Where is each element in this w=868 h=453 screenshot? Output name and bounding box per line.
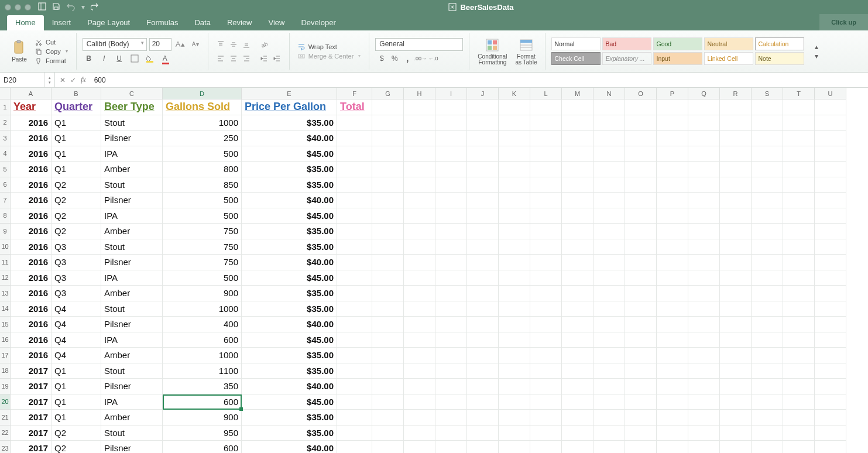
cell-I8[interactable] (435, 208, 467, 224)
cell-O18[interactable] (625, 363, 657, 379)
cell-H23[interactable] (404, 441, 435, 453)
cell-J14[interactable] (467, 301, 499, 317)
cell-J17[interactable] (467, 348, 499, 363)
cell-P4[interactable] (657, 146, 688, 162)
cell-N15[interactable] (593, 317, 625, 332)
cell-A4[interactable]: 2016 (11, 146, 52, 162)
formula-bar[interactable]: 600 (91, 73, 868, 87)
cell-H5[interactable] (404, 162, 435, 177)
cell-A23[interactable]: 2017 (11, 441, 52, 453)
cell-H20[interactable] (404, 394, 435, 410)
cell-U21[interactable] (815, 410, 846, 425)
style-neutral[interactable]: Neutral (704, 37, 753, 50)
cell-P11[interactable] (657, 255, 688, 270)
cell-H17[interactable] (404, 348, 435, 363)
column-header-Q[interactable]: Q (688, 88, 720, 99)
cell-J2[interactable] (467, 115, 499, 131)
cell-E8[interactable]: $45.00 (242, 208, 337, 224)
styles-scroll-up-icon[interactable]: ▴ (810, 42, 823, 51)
cell-B10[interactable]: Q3 (52, 239, 101, 255)
cell-H21[interactable] (404, 410, 435, 425)
tab-view[interactable]: View (260, 15, 293, 30)
cell-N10[interactable] (593, 239, 625, 255)
currency-icon[interactable]: $ (375, 52, 388, 65)
cell-O11[interactable] (625, 255, 657, 270)
cell-E1[interactable]: Price Per Gallon (242, 99, 337, 115)
cell-K21[interactable] (499, 410, 530, 425)
cell-C2[interactable]: Stout (101, 115, 163, 131)
cell-D1[interactable]: Gallons Sold (163, 99, 242, 115)
cell-P15[interactable] (657, 317, 688, 332)
cell-F2[interactable] (337, 115, 372, 131)
cell-C18[interactable]: Stout (101, 363, 163, 379)
cell-G11[interactable] (372, 255, 404, 270)
style-check-cell[interactable]: Check Cell (551, 52, 601, 65)
cell-N3[interactable] (593, 131, 625, 146)
cell-N16[interactable] (593, 332, 625, 348)
cell-L11[interactable] (530, 255, 562, 270)
cell-I12[interactable] (435, 270, 467, 286)
cell-E23[interactable]: $40.00 (242, 441, 337, 453)
cell-I15[interactable] (435, 317, 467, 332)
cell-H18[interactable] (404, 363, 435, 379)
cell-U2[interactable] (815, 115, 846, 131)
cell-Q19[interactable] (688, 379, 720, 394)
cell-O22[interactable] (625, 425, 657, 441)
cell-K10[interactable] (499, 239, 530, 255)
cell-I13[interactable] (435, 286, 467, 301)
cell-H11[interactable] (404, 255, 435, 270)
row-header-17[interactable]: 17 (0, 348, 11, 363)
cell-A15[interactable]: 2016 (11, 317, 52, 332)
cell-E12[interactable]: $45.00 (242, 270, 337, 286)
cell-R3[interactable] (720, 131, 752, 146)
cell-G2[interactable] (372, 115, 404, 131)
styles-scroll-down-icon[interactable]: ▾ (810, 52, 823, 60)
cell-J23[interactable] (467, 441, 499, 453)
cell-T10[interactable] (783, 239, 815, 255)
cell-D22[interactable]: 950 (163, 425, 242, 441)
cell-O7[interactable] (625, 193, 657, 208)
cell-P19[interactable] (657, 379, 688, 394)
cell-Q18[interactable] (688, 363, 720, 379)
cell-D20[interactable]: 600 (163, 394, 242, 410)
cell-G12[interactable] (372, 270, 404, 286)
cell-S10[interactable] (752, 239, 783, 255)
cell-I11[interactable] (435, 255, 467, 270)
cell-A22[interactable]: 2017 (11, 425, 52, 441)
cell-C17[interactable]: Amber (101, 348, 163, 363)
cell-C13[interactable]: Amber (101, 286, 163, 301)
cell-D2[interactable]: 1000 (163, 115, 242, 131)
cell-S12[interactable] (752, 270, 783, 286)
cell-F13[interactable] (337, 286, 372, 301)
redo-icon[interactable] (91, 2, 99, 12)
cell-F1[interactable]: Total (337, 99, 372, 115)
row-header-15[interactable]: 15 (0, 317, 11, 332)
cell-B22[interactable]: Q2 (52, 425, 101, 441)
tab-home[interactable]: Home (7, 15, 44, 30)
cell-P23[interactable] (657, 441, 688, 453)
cell-J18[interactable] (467, 363, 499, 379)
cell-G4[interactable] (372, 146, 404, 162)
cell-C8[interactable]: IPA (101, 208, 163, 224)
cell-R6[interactable] (720, 177, 752, 193)
fx-icon[interactable]: fx (81, 76, 86, 84)
cell-Q17[interactable] (688, 348, 720, 363)
cell-D4[interactable]: 500 (163, 146, 242, 162)
cell-G21[interactable] (372, 410, 404, 425)
cell-K15[interactable] (499, 317, 530, 332)
cell-M14[interactable] (562, 301, 593, 317)
cell-S18[interactable] (752, 363, 783, 379)
cell-T5[interactable] (783, 162, 815, 177)
cell-O8[interactable] (625, 208, 657, 224)
row-header-16[interactable]: 16 (0, 332, 11, 348)
cell-R7[interactable] (720, 193, 752, 208)
cell-M10[interactable] (562, 239, 593, 255)
cell-R8[interactable] (720, 208, 752, 224)
cell-F6[interactable] (337, 177, 372, 193)
font-color-button[interactable]: A (159, 52, 171, 65)
cell-M4[interactable] (562, 146, 593, 162)
cell-N20[interactable] (593, 394, 625, 410)
cell-H1[interactable] (404, 99, 435, 115)
cell-B15[interactable]: Q4 (52, 317, 101, 332)
italic-button[interactable]: I (98, 52, 111, 65)
